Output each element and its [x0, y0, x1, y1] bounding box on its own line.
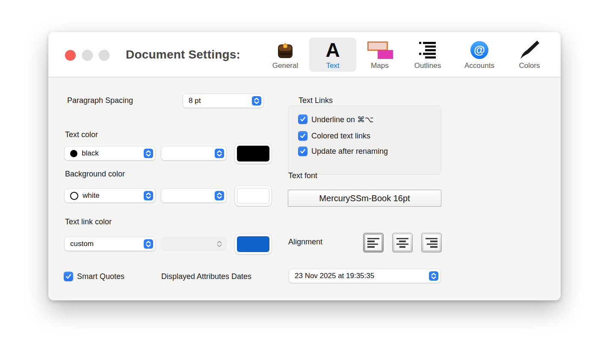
text-font-label: Text font: [288, 171, 317, 180]
outlines-list-icon: [419, 38, 437, 62]
popup-stepper-icon: [144, 149, 153, 158]
toolbar-item-accounts[interactable]: @ Accounts: [456, 38, 503, 72]
background-color-preset-popup[interactable]: white: [65, 189, 155, 203]
text-color-swatch: [237, 146, 269, 161]
text-link-color-swatch: [237, 236, 269, 252]
text-link-color-custom-popup: [161, 237, 226, 251]
displayed-attributes-dates-value: 23 Nov 2025 at 19:35:35: [295, 272, 374, 280]
underline-label: Underline on ⌘⌥: [311, 115, 374, 124]
align-right-button[interactable]: [421, 233, 442, 252]
popup-stepper-icon: [144, 191, 153, 200]
titlebar: Document Settings: General A Text: [48, 32, 561, 77]
maps-icon: [367, 38, 393, 62]
toolbar-item-label: Accounts: [464, 62, 494, 70]
background-color-swatch: [237, 188, 269, 204]
text-link-color-label: Text link color: [65, 217, 112, 226]
text-link-color-preset-value: custom: [70, 240, 94, 248]
text-link-color-well[interactable]: [235, 234, 272, 254]
background-color-well[interactable]: [235, 186, 272, 206]
toolbar-item-text[interactable]: A Text: [309, 38, 356, 72]
displayed-attributes-dates-label: Displayed Attributes Dates: [161, 272, 251, 281]
paragraph-spacing-value: 8 pt: [189, 97, 201, 105]
document-settings-window: Document Settings: General A Text: [48, 32, 561, 300]
smart-quotes-checkbox[interactable]: [64, 272, 73, 281]
general-stove-icon: [276, 38, 295, 62]
text-color-label: Text color: [65, 130, 98, 139]
align-left-button[interactable]: [363, 233, 384, 252]
toolbar-item-outlines[interactable]: Outlines: [404, 38, 451, 72]
toolbar-item-label: Colors: [519, 62, 540, 70]
black-circle-icon: [70, 150, 77, 157]
toolbar-item-label: Text: [326, 62, 339, 70]
update-after-renaming-checkbox[interactable]: [298, 147, 307, 156]
popup-stepper-icon-disabled: [215, 239, 224, 249]
text-font-value: MercurySSm-Book 16pt: [319, 194, 410, 203]
toolbar-item-general[interactable]: General: [262, 38, 309, 72]
text-links-title: Text Links: [299, 96, 333, 105]
colors-brush-icon: [519, 38, 540, 62]
text-color-preset-value: black: [82, 149, 99, 158]
popup-stepper-icon: [215, 191, 224, 200]
text-color-well[interactable]: [235, 144, 272, 164]
close-button[interactable]: [65, 50, 76, 61]
minimize-button[interactable]: [82, 50, 93, 61]
background-color-custom-popup[interactable]: [161, 189, 226, 203]
alignment-label: Alignment: [288, 238, 322, 247]
background-color-preset-value: white: [83, 191, 100, 200]
toolbar-item-maps[interactable]: Maps: [356, 38, 403, 72]
text-font-button[interactable]: MercurySSm-Book 16pt: [288, 190, 441, 207]
background-color-label: Background color: [65, 170, 125, 179]
window-title: Document Settings:: [126, 48, 240, 62]
align-left-icon: [365, 235, 381, 250]
align-center-icon: [394, 235, 411, 250]
popup-stepper-icon: [215, 149, 224, 158]
popup-stepper-icon: [252, 96, 261, 106]
paragraph-spacing-label: Paragraph Spacing: [67, 96, 133, 105]
white-circle-icon: [70, 192, 78, 200]
paragraph-spacing-popup[interactable]: 8 pt: [183, 94, 263, 108]
update-after-renaming-label: Update after renaming: [311, 147, 388, 156]
text-link-color-preset-popup[interactable]: custom: [65, 237, 155, 251]
displayed-attributes-dates-popup[interactable]: 23 Nov 2025 at 19:35:35: [289, 269, 440, 283]
popup-stepper-icon: [429, 271, 438, 281]
colored-text-links-checkbox[interactable]: [298, 131, 307, 141]
zoom-button[interactable]: [99, 50, 109, 61]
toolbar-item-label: Maps: [371, 62, 389, 70]
underline-checkbox[interactable]: [298, 114, 307, 124]
toolbar-item-label: Outlines: [414, 62, 441, 70]
smart-quotes-label: Smart Quotes: [77, 272, 124, 281]
toolbar-item-label: General: [272, 62, 298, 70]
align-center-button[interactable]: [392, 233, 413, 252]
toolbar-item-colors[interactable]: Colors: [506, 38, 553, 72]
align-right-icon: [423, 235, 440, 250]
text-color-custom-popup[interactable]: [161, 147, 226, 160]
colored-text-links-label: Colored text links: [311, 132, 370, 141]
accounts-at-icon: @: [470, 38, 488, 62]
text-color-preset-popup[interactable]: black: [65, 147, 155, 160]
popup-stepper-icon: [144, 239, 153, 249]
text-a-icon: A: [325, 38, 340, 62]
